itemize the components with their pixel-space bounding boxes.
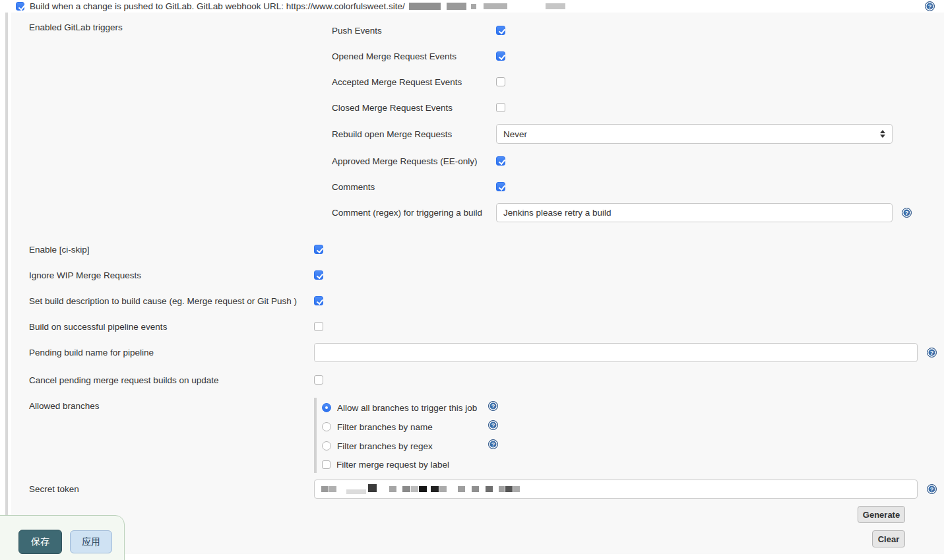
redacted-block: [447, 3, 466, 10]
filter-mr-by-label-checkbox[interactable]: [322, 460, 330, 469]
save-bar: 保存 应用: [0, 515, 125, 560]
redacted-block: [346, 489, 366, 494]
secret-token-label: Secret token: [29, 484, 314, 494]
help-icon[interactable]: ?: [902, 208, 912, 218]
ignore-wip-mr-checkbox[interactable]: [314, 270, 323, 280]
comment-regex-input[interactable]: [496, 203, 893, 222]
allow-all-branches-radio[interactable]: [322, 403, 331, 412]
closed-mr-events-label: Closed Merge Request Events: [332, 103, 496, 113]
redacted-block: [409, 3, 441, 10]
build-on-pipeline-events-label: Build on successful pipeline events: [29, 322, 314, 332]
filter-branches-by-name-radio[interactable]: [322, 422, 331, 431]
build-on-pipeline-events-checkbox[interactable]: [314, 322, 323, 331]
approved-mr-checkbox[interactable]: [496, 156, 505, 166]
closed-mr-events-checkbox[interactable]: [496, 103, 505, 112]
enabled-gitlab-triggers-label: Enabled GitLab triggers: [29, 20, 123, 34]
redacted-block: [471, 4, 476, 9]
help-icon[interactable]: ?: [927, 484, 937, 494]
build-when-pushed-checkbox[interactable]: [16, 2, 24, 11]
rebuild-open-mr-select[interactable]: Never: [496, 124, 893, 144]
ignore-wip-mr-label: Ignore WIP Merge Requests: [29, 270, 314, 280]
pending-build-name-label: Pending build name for pipeline: [29, 348, 314, 358]
redacted-block: [411, 486, 418, 492]
section-indent-bar: [5, 0, 8, 554]
secret-token-input[interactable]: [314, 480, 918, 499]
redacted-block: [329, 486, 336, 492]
build-when-pushed-label: Build when a change is pushed to GitLab.…: [30, 1, 405, 11]
help-icon[interactable]: ?: [925, 1, 935, 11]
filter-branches-by-regex-radio[interactable]: [322, 441, 331, 451]
approved-mr-label: Approved Merge Requests (EE-only): [332, 156, 496, 166]
cancel-pending-mr-checkbox[interactable]: [314, 375, 323, 385]
redacted-block: [431, 486, 439, 492]
redacted-block: [484, 3, 507, 9]
comments-label: Comments: [332, 182, 496, 192]
redacted-block: [513, 486, 520, 492]
allowed-branches-label: Allowed branches: [29, 401, 100, 411]
set-build-description-checkbox[interactable]: [314, 296, 323, 305]
accepted-mr-events-label: Accepted Merge Request Events: [332, 77, 496, 87]
push-events-checkbox[interactable]: [496, 26, 505, 35]
redacted-block: [505, 486, 513, 492]
filter-branches-by-name-label: Filter branches by name: [337, 422, 433, 432]
enable-ci-skip-label: Enable [ci-skip]: [29, 245, 314, 255]
redacted-block: [419, 486, 427, 492]
comment-regex-label: Comment (regex) for triggering a build: [332, 208, 496, 218]
redacted-block: [486, 486, 493, 492]
redacted-block: [368, 484, 377, 492]
accepted-mr-events-checkbox[interactable]: [496, 77, 505, 86]
redacted-block: [321, 486, 329, 492]
filter-mr-by-label-label: Filter merge request by label: [336, 460, 449, 470]
save-button[interactable]: 保存: [18, 530, 62, 554]
opened-mr-events-label: Opened Merge Request Events: [332, 51, 496, 61]
cancel-pending-mr-label: Cancel pending merge request builds on u…: [29, 375, 314, 385]
build-trigger-header-row: Build when a change is pushed to GitLab.…: [0, 0, 944, 13]
allow-all-branches-label: Allow all branches to trigger this job: [337, 403, 477, 413]
enable-ci-skip-checkbox[interactable]: [314, 245, 323, 254]
redacted-webhook-path: [409, 3, 565, 10]
redacted-secret-token: [321, 480, 520, 498]
generate-button[interactable]: Generate: [858, 506, 905, 523]
help-icon[interactable]: ?: [488, 420, 498, 430]
comments-checkbox[interactable]: [496, 182, 505, 191]
jenkins-gitlab-trigger-config: Build when a change is pushed to GitLab.…: [0, 0, 944, 560]
select-updown-arrows-icon: [880, 130, 885, 139]
filter-branches-by-regex-label: Filter branches by regex: [337, 441, 433, 451]
rebuild-open-mr-label: Rebuild open Merge Requests: [332, 129, 496, 139]
redacted-block: [402, 486, 410, 492]
pending-build-name-input[interactable]: [314, 343, 918, 362]
redacted-block: [546, 3, 565, 9]
rebuild-open-mr-selected-value: Never: [503, 129, 527, 139]
apply-button[interactable]: 应用: [70, 530, 112, 553]
help-icon[interactable]: ?: [488, 439, 498, 449]
redacted-block: [499, 486, 505, 492]
clear-button[interactable]: Clear: [872, 530, 905, 547]
redacted-block: [389, 486, 396, 492]
help-icon[interactable]: ?: [927, 348, 937, 358]
redacted-block: [472, 486, 479, 492]
radio-group-indent-bar: [314, 398, 317, 473]
help-icon[interactable]: ?: [488, 401, 498, 411]
redacted-block: [458, 486, 465, 492]
push-events-label: Push Events: [332, 26, 496, 36]
opened-mr-events-checkbox[interactable]: [496, 51, 505, 61]
set-build-description-label: Set build description to build cause (eg…: [29, 296, 314, 306]
redacted-block: [439, 486, 447, 492]
